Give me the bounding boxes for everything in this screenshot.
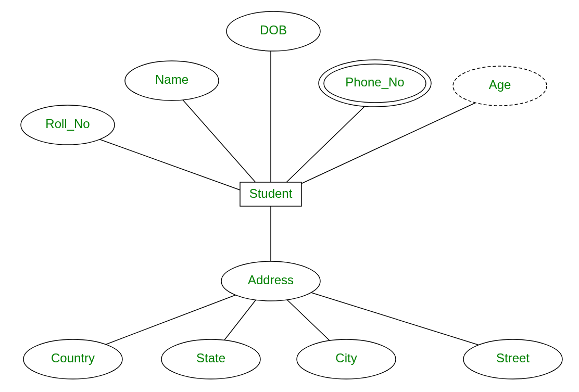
edge-student-rollno: [89, 135, 247, 193]
attr-country-label: Country: [51, 351, 95, 365]
attr-phoneno-label: Phone_No: [345, 75, 404, 89]
attr-age: Age: [453, 66, 547, 106]
attr-street-label: Street: [496, 351, 530, 365]
attr-dob: DOB: [226, 11, 320, 51]
attr-rollno-label: Roll_No: [45, 117, 90, 131]
entity-student: Student: [240, 182, 301, 206]
edge-student-age: [293, 96, 489, 187]
attr-rollno: Roll_No: [21, 105, 115, 145]
attr-street: Street: [463, 339, 562, 379]
attr-name: Name: [125, 61, 219, 100]
edge-student-phoneno: [284, 102, 370, 185]
attr-phoneno: Phone_No: [319, 60, 431, 107]
attr-country: Country: [23, 339, 122, 379]
attr-address: Address: [221, 261, 320, 301]
attr-name-label: Name: [155, 72, 188, 86]
attr-age-label: Age: [489, 78, 511, 92]
attr-city-label: City: [335, 351, 357, 365]
entity-student-label: Student: [249, 186, 293, 200]
attr-state: State: [161, 339, 260, 379]
edge-student-name: [180, 96, 258, 185]
attr-address-label: Address: [248, 273, 294, 287]
attr-state-label: State: [196, 351, 225, 365]
er-diagram: Student Roll_No Name DOB Phone_No Age Ad…: [0, 0, 579, 392]
attr-dob-label: DOB: [260, 23, 287, 37]
attr-city: City: [297, 339, 396, 379]
